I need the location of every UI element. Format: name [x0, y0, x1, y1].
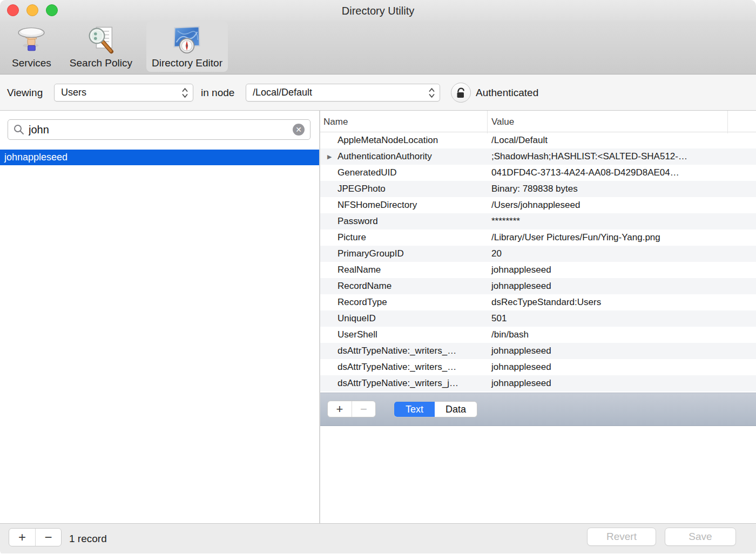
- attribute-name: AppleMetaNodeLocation: [338, 132, 438, 148]
- attribute-name-cell: dsAttrTypeNative:_writers_…: [320, 359, 488, 375]
- revert-button[interactable]: Revert: [587, 528, 656, 546]
- editor-footer-bar: + − Text Data: [320, 393, 756, 426]
- table-row[interactable]: RecordTypedsRecTypeStandard:Users: [320, 294, 756, 310]
- attribute-name: NFSHomeDirectory: [338, 197, 417, 213]
- viewing-bar: Viewing Users in node /Local/Default Aut…: [0, 75, 756, 111]
- table-row[interactable]: ▶AuthenticationAuthority;ShadowHash;HASH…: [320, 148, 756, 165]
- attribute-value: /Local/Default: [488, 132, 755, 148]
- attribute-name: PrimaryGroupID: [338, 246, 404, 262]
- attribute-name: Password: [338, 213, 378, 229]
- node-popup[interactable]: /Local/Default: [246, 84, 440, 102]
- attribute-value: johnappleseed: [488, 359, 755, 375]
- table-row[interactable]: dsAttrTypeNative:_writers_…johnappleseed: [320, 359, 756, 375]
- table-row[interactable]: Password********: [320, 213, 756, 229]
- table-row[interactable]: RealNamejohnappleseed: [320, 262, 756, 278]
- search-icon: [14, 124, 24, 135]
- attribute-name: UserShell: [338, 327, 377, 343]
- content-area: ✕ johnappleseed Name Value AppleMetaNode…: [0, 111, 756, 523]
- attribute-value: dsRecTypeStandard:Users: [488, 294, 755, 310]
- table-row[interactable]: UserShell/bin/bash: [320, 327, 756, 343]
- table-row[interactable]: dsAttrTypeNative:_writers_j…johnapplesee…: [320, 375, 756, 391]
- table-row[interactable]: GeneratedUID041DFD4C-3713-4A24-AA08-D429…: [320, 165, 756, 181]
- attribute-name: RealName: [338, 262, 381, 278]
- attribute-name-cell: AppleMetaNodeLocation: [320, 132, 488, 148]
- record-list[interactable]: johnappleseed: [0, 150, 319, 523]
- lock-button[interactable]: [451, 83, 471, 103]
- in-node-label: in node: [201, 75, 234, 111]
- search-field[interactable]: ✕: [8, 119, 310, 140]
- table-row[interactable]: JPEGPhotoBinary: 789838 bytes: [320, 181, 756, 197]
- attribute-value: 041DFD4C-3713-4A24-AA08-D429D8AE04…: [488, 165, 755, 181]
- attribute-name: RecordType: [338, 294, 387, 310]
- table-row[interactable]: dsAttrTypeNative:_writers_…johnappleseed: [320, 343, 756, 359]
- table-row[interactable]: PrimaryGroupID20: [320, 246, 756, 262]
- disclosure-triangle-icon[interactable]: ▶: [327, 148, 338, 165]
- attribute-value: ********: [488, 213, 755, 229]
- text-data-segmented-control: Text Data: [394, 401, 477, 417]
- attribute-name-cell: ▶AuthenticationAuthority: [320, 148, 488, 165]
- attribute-value: johnappleseed: [488, 278, 755, 294]
- attribute-name-cell: JPEGPhoto: [320, 181, 488, 197]
- title-bar[interactable]: Directory Utility: [0, 0, 756, 21]
- attribute-name: Picture: [338, 229, 366, 246]
- add-attribute-button[interactable]: +: [328, 401, 352, 417]
- authenticated-label: Authenticated: [476, 75, 538, 111]
- attribute-value: johnappleseed: [488, 375, 755, 391]
- viewing-popup[interactable]: Users: [54, 84, 193, 102]
- column-header-name[interactable]: Name: [320, 111, 488, 133]
- attribute-name: dsAttrTypeNative:_writers_…: [338, 359, 456, 375]
- attribute-name: dsAttrTypeNative:_writers_…: [338, 343, 456, 359]
- attribute-value: johnappleseed: [488, 262, 755, 278]
- attribute-name-cell: dsAttrTypeNative:_writers_j…: [320, 375, 488, 391]
- toolbar: Services Search Policy: [0, 21, 756, 75]
- attribute-name-cell: RecordType: [320, 294, 488, 310]
- column-header-value[interactable]: Value: [488, 111, 728, 133]
- unlocked-padlock-icon: [455, 86, 467, 99]
- attribute-name-cell: UserShell: [320, 327, 488, 343]
- records-pane: ✕ johnappleseed: [0, 111, 320, 523]
- list-item[interactable]: johnappleseed: [0, 150, 319, 165]
- segment-data[interactable]: Data: [435, 402, 477, 417]
- attribute-name-cell: NFSHomeDirectory: [320, 197, 488, 213]
- record-add-remove-control: + −: [9, 528, 62, 546]
- node-popup-value: /Local/Default: [253, 87, 428, 98]
- table-header: Name Value: [320, 111, 756, 132]
- bottom-bar: + − 1 record Revert Save: [0, 523, 756, 553]
- clear-search-icon[interactable]: ✕: [293, 124, 305, 136]
- window-title: Directory Utility: [0, 0, 756, 21]
- segment-text[interactable]: Text: [394, 402, 435, 417]
- table-row[interactable]: Picture/Library/User Pictures/Fun/Ying-Y…: [320, 229, 756, 246]
- attribute-value: 20: [488, 246, 755, 262]
- attribute-name-cell: UniqueID: [320, 310, 488, 327]
- save-button[interactable]: Save: [665, 528, 736, 546]
- attribute-name: GeneratedUID: [338, 165, 397, 181]
- table-row[interactable]: AppleMetaNodeLocation/Local/Default: [320, 132, 756, 148]
- remove-attribute-button[interactable]: −: [352, 401, 375, 417]
- add-record-button[interactable]: +: [9, 529, 35, 546]
- table-row[interactable]: NFSHomeDirectory/Users/johnappleseed: [320, 197, 756, 213]
- attribute-rows: AppleMetaNodeLocation/Local/Default▶Auth…: [320, 132, 756, 391]
- search-input[interactable]: [29, 124, 293, 136]
- attribute-name: AuthenticationAuthority: [338, 148, 432, 165]
- attribute-name-cell: GeneratedUID: [320, 165, 488, 181]
- attribute-value: Binary: 789838 bytes: [488, 181, 755, 197]
- viewing-popup-value: Users: [61, 87, 181, 98]
- popup-chevrons-icon: [428, 87, 435, 99]
- table-row[interactable]: UniqueID501: [320, 310, 756, 327]
- record-count-label: 1 record: [69, 524, 107, 554]
- table-row[interactable]: RecordNamejohnappleseed: [320, 278, 756, 294]
- remove-record-button[interactable]: −: [35, 529, 61, 546]
- toolbar-item-label: Directory Editor: [152, 57, 222, 69]
- attribute-value: /Users/johnappleseed: [488, 197, 755, 213]
- toolbar-item-services[interactable]: Services: [6, 21, 57, 72]
- popup-chevrons-icon: [181, 87, 188, 99]
- attribute-name: UniqueID: [338, 310, 376, 327]
- attribute-name-cell: dsAttrTypeNative:_writers_…: [320, 343, 488, 359]
- attribute-name: RecordName: [338, 278, 392, 294]
- attribute-value: johnappleseed: [488, 343, 755, 359]
- attribute-name-cell: RealName: [320, 262, 488, 278]
- toolbar-item-search-policy[interactable]: Search Policy: [64, 21, 138, 72]
- toolbar-item-label: Search Policy: [70, 57, 132, 69]
- toolbar-item-directory-editor[interactable]: Directory Editor: [146, 21, 228, 72]
- attribute-name: JPEGPhoto: [338, 181, 386, 197]
